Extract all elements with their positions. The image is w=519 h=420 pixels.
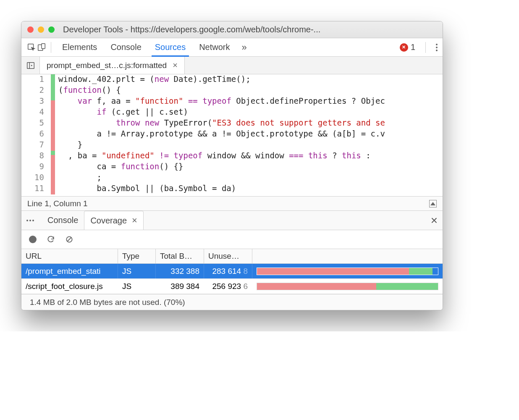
line-number: 9: [21, 162, 51, 173]
error-icon: [400, 43, 408, 52]
coverage-footer: 1.4 MB of 2.0 MB bytes are not used. (70…: [21, 294, 443, 310]
coverage-row[interactable]: /script_foot_closure.js JS 389 384 256 9…: [21, 279, 443, 294]
more-tabs-chevron[interactable]: »: [237, 42, 252, 53]
code-text: ba.Symbol || (ba.Symbol = da): [55, 184, 443, 194]
kebab-menu-icon[interactable]: [436, 44, 438, 51]
coverage-gutter: [51, 96, 55, 107]
code-line[interactable]: 9 ca = function() {}: [21, 162, 443, 173]
file-tab[interactable]: prompt_embed_st…c.js:formatted ×: [40, 57, 185, 74]
svg-rect-3: [27, 62, 34, 68]
clear-icon[interactable]: [65, 235, 73, 244]
coverage-gutter: [51, 118, 55, 129]
separator: [51, 42, 51, 53]
status-bar: Line 1, Column 1: [21, 196, 443, 211]
coverage-gutter: [51, 129, 55, 140]
cell-url: /prompt_embed_stati: [21, 264, 118, 278]
code-editor[interactable]: 1window._402.prlt = (new Date).getTime()…: [21, 74, 443, 196]
drawer-tab-label: Console: [47, 215, 78, 225]
minimize-window-button[interactable]: [38, 26, 44, 33]
coverage-gutter: [51, 162, 55, 173]
coverage-table: URL Type Total B… Unuse… /prompt_embed_s…: [21, 249, 443, 294]
main-toolbar: ElementsConsoleSourcesNetwork » 1: [21, 38, 443, 57]
tab-network[interactable]: Network: [192, 38, 236, 56]
code-text: if (c.get || c.set): [55, 107, 443, 118]
separator: [425, 42, 426, 53]
code-line[interactable]: 4 if (c.get || c.set): [21, 107, 443, 118]
tab-elements[interactable]: Elements: [55, 38, 104, 56]
col-total[interactable]: Total B…: [156, 249, 204, 263]
drawer-tab-label: Coverage: [90, 216, 127, 226]
window-title: Developer Tools - https://developers.goo…: [63, 25, 320, 34]
col-bar: [252, 249, 443, 263]
cell-unused: 283 614 8: [204, 264, 252, 278]
tab-console[interactable]: Console: [104, 38, 148, 56]
col-unused[interactable]: Unuse…: [204, 249, 252, 263]
coverage-header: URL Type Total B… Unuse…: [21, 249, 443, 264]
inspect-element-icon[interactable]: [26, 42, 37, 52]
svg-line-6: [67, 237, 71, 242]
line-number: 6: [21, 129, 51, 140]
code-text: ;: [55, 173, 443, 184]
coverage-gutter: [51, 107, 55, 118]
drawer-tab-coverage[interactable]: Coverage×: [84, 211, 144, 230]
error-badge[interactable]: 1: [400, 42, 415, 52]
svg-rect-2: [42, 43, 45, 48]
usage-bar: [252, 283, 443, 290]
reload-icon[interactable]: [47, 235, 55, 244]
cursor-position: Line 1, Column 1: [27, 199, 88, 208]
cell-total: 332 388: [156, 264, 204, 278]
navigator-toggle-icon[interactable]: [21, 57, 40, 74]
cell-url: /script_foot_closure.js: [21, 279, 118, 294]
col-type[interactable]: Type: [118, 249, 156, 263]
line-number: 3: [21, 96, 51, 107]
col-url[interactable]: URL: [21, 249, 118, 263]
code-line[interactable]: 2(function() {: [21, 85, 443, 96]
line-number: 11: [21, 184, 51, 194]
drawer-tab-console[interactable]: Console: [42, 211, 84, 230]
error-count: 1: [411, 42, 415, 52]
line-number: 1: [21, 74, 51, 85]
code-text: throw new TypeError("ES3 does not suppor…: [55, 118, 443, 129]
titlebar: Developer Tools - https://developers.goo…: [21, 21, 443, 38]
close-tab-icon[interactable]: ×: [132, 215, 137, 226]
drawer-menu-icon[interactable]: [26, 220, 34, 221]
close-tab-icon[interactable]: ×: [173, 60, 178, 70]
code-text: }: [55, 140, 443, 151]
coverage-toolbar: [21, 230, 443, 249]
devtools-window: Developer Tools - https://developers.goo…: [21, 21, 443, 310]
code-line[interactable]: 6 a != Array.prototype && a != Object.pr…: [21, 129, 443, 140]
code-line[interactable]: 11 ba.Symbol || (ba.Symbol = da): [21, 184, 443, 194]
usage-bar: [252, 268, 443, 275]
code-text: , ba = "undefined" != typeof window && w…: [55, 151, 443, 162]
close-drawer-icon[interactable]: ×: [431, 214, 438, 227]
close-window-button[interactable]: [27, 26, 34, 33]
coverage-gutter: [51, 173, 55, 184]
main-tabs: ElementsConsoleSourcesNetwork: [55, 38, 237, 56]
maximize-window-button[interactable]: [48, 26, 55, 33]
coverage-gutter: [51, 85, 55, 96]
code-line[interactable]: 1window._402.prlt = (new Date).getTime()…: [21, 74, 443, 85]
code-line[interactable]: 8 , ba = "undefined" != typeof window &&…: [21, 151, 443, 162]
code-text: var f, aa = "function" == typeof Object.…: [55, 96, 443, 107]
code-line[interactable]: 5 throw new TypeError("ES3 does not supp…: [21, 118, 443, 129]
code-line[interactable]: 3 var f, aa = "function" == typeof Objec…: [21, 96, 443, 107]
code-line[interactable]: 7 }: [21, 140, 443, 151]
coverage-summary: 1.4 MB of 2.0 MB bytes are not used. (70…: [30, 298, 185, 307]
record-icon[interactable]: [29, 236, 37, 243]
code-text: (function() {: [55, 85, 443, 96]
tab-sources[interactable]: Sources: [148, 38, 192, 56]
cell-type: JS: [118, 279, 156, 294]
expand-drawer-icon[interactable]: [429, 200, 437, 207]
code-text: ca = function() {}: [55, 162, 443, 173]
line-number: 4: [21, 107, 51, 118]
code-text: window._402.prlt = (new Date).getTime();: [55, 74, 443, 85]
code-line[interactable]: 10 ;: [21, 173, 443, 184]
cell-type: JS: [118, 264, 156, 278]
file-tab-label: prompt_embed_st…c.js:formatted: [47, 61, 167, 70]
line-number: 10: [21, 173, 51, 184]
coverage-gutter: [51, 74, 55, 85]
coverage-row[interactable]: /prompt_embed_stati JS 332 388 283 614 8: [21, 264, 443, 279]
device-toggle-icon[interactable]: [37, 42, 47, 52]
line-number: 2: [21, 85, 51, 96]
cell-unused: 256 923 6: [204, 279, 252, 294]
